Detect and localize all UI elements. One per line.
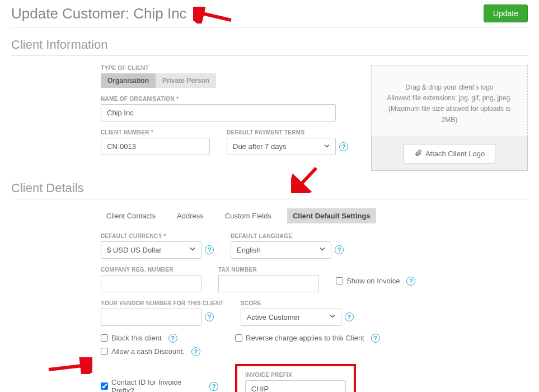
help-icon[interactable]: ? xyxy=(406,277,415,286)
reverse-charge-label: Reverse charge applies to this Client xyxy=(246,334,364,342)
invoice-prefix-highlight: INVOICE PREFIX xyxy=(235,364,356,392)
vendor-number-label: YOUR VENDOR NUMBER FOR THIS CLIENT xyxy=(101,300,224,306)
attach-logo-button[interactable]: Attach Client Logo xyxy=(404,144,495,164)
invoice-prefix-input[interactable] xyxy=(245,380,346,392)
invoice-prefix-label: INVOICE PREFIX xyxy=(245,372,346,378)
score-select[interactable] xyxy=(241,309,341,326)
tax-number-input[interactable] xyxy=(218,275,319,292)
private-person-toggle[interactable]: Private Person xyxy=(156,73,216,88)
help-icon[interactable]: ? xyxy=(205,312,214,321)
tax-number-label: TAX NUMBER xyxy=(218,267,319,273)
company-reg-label: COMPANY REG. NUMBER xyxy=(101,267,201,273)
cash-discount-label: Allow a cash Discount. xyxy=(111,347,185,356)
paperclip-icon xyxy=(414,149,422,158)
client-information-section: Client Information TYPE OF CLIENT Organi… xyxy=(11,38,528,171)
dropzone-line1: Drag & drop your client's logo xyxy=(379,82,519,93)
client-details-section: Client Details Client Contacts Address C… xyxy=(11,181,528,392)
organisation-toggle[interactable]: Organisation xyxy=(101,73,156,88)
org-name-input[interactable] xyxy=(101,104,336,122)
logo-dropzone[interactable]: Drag & drop your client's logo Allowed f… xyxy=(371,65,528,137)
client-number-label: CLIENT NUMBER * xyxy=(101,129,210,136)
tab-address[interactable]: Address xyxy=(171,208,209,223)
help-icon[interactable]: ? xyxy=(371,334,380,343)
reverse-charge-checkbox[interactable] xyxy=(235,334,242,342)
details-tabs: Client Contacts Address Custom Fields Cl… xyxy=(11,208,528,224)
show-on-invoice-checkbox[interactable] xyxy=(336,277,343,284)
vendor-number-input[interactable] xyxy=(101,309,201,326)
help-icon[interactable]: ? xyxy=(345,312,354,321)
default-language-select[interactable] xyxy=(231,241,331,259)
dropzone-line2: Allowed file extensions: jpg, gif, png, … xyxy=(379,93,519,104)
tab-client-default-settings[interactable]: Client Default Settings xyxy=(287,208,376,223)
type-of-client-label: TYPE OF CLIENT xyxy=(101,65,354,71)
tab-client-contacts[interactable]: Client Contacts xyxy=(101,208,161,223)
dropzone-line3: (Maximum file size allowed for uploads i… xyxy=(379,104,519,125)
block-client-label: Block this client xyxy=(111,334,162,342)
default-language-label: DEFAULT LANGUAGE xyxy=(231,233,344,239)
page-title: Update Customer: Chip Inc xyxy=(11,5,187,22)
section-title: Client Details xyxy=(11,181,528,199)
score-label: SCORE xyxy=(241,300,354,306)
default-currency-select[interactable] xyxy=(101,241,201,259)
help-icon[interactable]: ? xyxy=(209,382,218,391)
help-icon[interactable]: ? xyxy=(339,142,348,151)
default-currency-label: DEFAULT CURRENCY * xyxy=(101,233,214,239)
help-icon[interactable]: ? xyxy=(191,347,200,356)
contact-id-prefix-checkbox[interactable] xyxy=(101,382,108,390)
org-name-label: NAME OF ORGANISATION * xyxy=(101,96,354,102)
contact-id-prefix-label: Contact ID for Invoice Prefix? xyxy=(111,378,203,392)
help-icon[interactable]: ? xyxy=(168,334,177,343)
help-icon[interactable]: ? xyxy=(335,245,344,254)
tab-custom-fields[interactable]: Custom Fields xyxy=(219,208,277,223)
attach-logo-label: Attach Client Logo xyxy=(425,150,485,158)
show-on-invoice-label: Show on Invoice xyxy=(346,277,400,285)
help-icon[interactable]: ? xyxy=(205,245,214,254)
section-title: Client Information xyxy=(11,38,528,56)
block-client-checkbox[interactable] xyxy=(101,334,108,342)
payment-terms-label: DEFAULT PAYMENT TERMS xyxy=(227,129,348,136)
cash-discount-checkbox[interactable] xyxy=(101,348,108,355)
update-button[interactable]: Update xyxy=(484,4,528,22)
company-reg-input[interactable] xyxy=(101,275,201,292)
client-number-input[interactable] xyxy=(101,138,210,155)
payment-terms-select[interactable] xyxy=(227,138,336,155)
client-type-toggle[interactable]: Organisation Private Person xyxy=(101,73,354,88)
